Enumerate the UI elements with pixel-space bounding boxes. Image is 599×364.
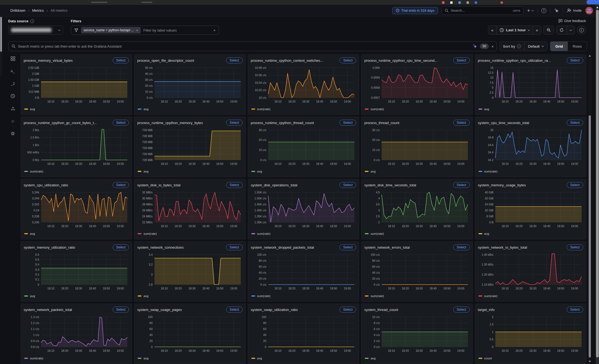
sort-descending-z-icon[interactable]: _Z xyxy=(10,81,16,87)
panel-legend[interactable]: avg xyxy=(478,232,583,235)
panel-legend[interactable]: avg xyxy=(137,107,242,111)
info-button[interactable]: i xyxy=(577,26,586,35)
panel-select-button[interactable]: Select xyxy=(113,307,129,313)
filter-chip-remove-icon[interactable]: × xyxy=(136,29,138,32)
trial-badge[interactable]: Trial ends in 318 days xyxy=(392,7,438,14)
panel-select-button[interactable]: Select xyxy=(226,182,243,188)
panel-select-button[interactable]: Select xyxy=(226,120,243,126)
sort-ascending-a-icon[interactable]: A_ xyxy=(10,68,16,74)
left-scrollbar-thumb[interactable] xyxy=(0,17,2,52)
panel-select-button[interactable]: Select xyxy=(453,307,470,313)
users-icon[interactable] xyxy=(10,106,16,112)
panel-select-button[interactable]: Select xyxy=(453,244,470,250)
global-search-input[interactable] xyxy=(451,8,511,13)
refresh-interval-dropdown[interactable] xyxy=(567,26,575,34)
panel-select-button[interactable]: Select xyxy=(226,244,243,250)
grafana-assistant-button[interactable] xyxy=(554,8,559,13)
panel-legend[interactable]: avg xyxy=(364,170,470,173)
layout-grid-icon[interactable] xyxy=(10,55,16,61)
panel-select-button[interactable]: Select xyxy=(567,244,583,250)
view-rows-button[interactable]: Rows xyxy=(568,42,587,51)
browser-extension-icon[interactable] xyxy=(458,1,461,4)
panel-legend[interactable]: avg xyxy=(24,232,129,235)
panel-legend[interactable]: sum(rate) xyxy=(251,232,356,235)
panel-legend[interactable]: avg xyxy=(364,357,470,360)
add-new-button[interactable]: + xyxy=(527,8,533,13)
view-grid-button[interactable]: Grid xyxy=(550,42,568,51)
window-scrollbar-thumb[interactable] xyxy=(596,10,599,357)
time-shift-forward-button[interactable]: » xyxy=(533,26,541,34)
panel-select-button[interactable]: Select xyxy=(453,182,470,188)
filters-input-box[interactable]: service_name = python-fastapi-... × × xyxy=(71,26,219,35)
panel-select-button[interactable]: Select xyxy=(113,244,129,250)
panel-legend[interactable]: avg xyxy=(24,294,129,298)
breadcrumb-metrics[interactable]: Metrics xyxy=(32,8,44,13)
browser-profile-icon[interactable] xyxy=(501,1,503,4)
panel-legend[interactable]: sum(rate) xyxy=(251,107,356,111)
user-avatar[interactable] xyxy=(585,7,593,14)
browser-extension-icon[interactable] xyxy=(467,1,469,4)
panel-select-button[interactable]: Select xyxy=(339,307,356,313)
panel-legend[interactable]: sum(rate) xyxy=(137,232,242,235)
panel-legend[interactable]: avg xyxy=(251,170,356,173)
help-button[interactable]: ? xyxy=(541,8,546,13)
assistant-sparkles-icon[interactable] xyxy=(473,44,477,49)
browser-extension-icon[interactable] xyxy=(442,1,444,4)
sort-value-dropdown[interactable]: Default xyxy=(524,42,547,51)
panel-select-button[interactable]: Select xyxy=(339,57,356,63)
filter-values-input[interactable] xyxy=(143,28,211,32)
panel-select-button[interactable]: Select xyxy=(453,57,470,63)
panel-select-button[interactable]: Select xyxy=(567,182,583,188)
panel-select-button[interactable]: Select xyxy=(113,182,129,188)
panel-legend[interactable]: avg xyxy=(137,170,242,173)
panel-legend[interactable]: avg xyxy=(251,357,356,360)
panel-legend[interactable]: sum(rate) xyxy=(251,294,356,298)
panel-legend[interactable]: sum(rate) xyxy=(364,107,470,111)
panel-legend[interactable]: sum(rate) xyxy=(478,170,583,173)
panel-select-button[interactable]: Select xyxy=(339,182,356,188)
panel-select-button[interactable]: Select xyxy=(226,307,243,313)
panel-legend[interactable]: sum(rate) xyxy=(24,170,129,173)
panel-select-button[interactable]: Select xyxy=(339,120,356,126)
panel-legend[interactable]: avg xyxy=(137,294,242,298)
panel-legend[interactable]: avg xyxy=(478,107,583,111)
filters-clear-icon[interactable]: × xyxy=(213,29,215,32)
browser-pill-button[interactable] xyxy=(586,0,599,4)
panel-select-button[interactable]: Select xyxy=(339,244,356,250)
panel-legend[interactable]: sum(rate) xyxy=(364,294,470,298)
breadcrumb-drilldown[interactable]: Drilldown xyxy=(10,8,26,13)
clock-history-icon[interactable] xyxy=(10,93,16,99)
grid-scrollbar-down-arrow[interactable] xyxy=(589,361,591,362)
grid-scrollbar-up-arrow[interactable] xyxy=(589,55,591,57)
metric-search-input[interactable] xyxy=(18,44,470,48)
give-feedback-button[interactable]: Give feedback xyxy=(558,19,586,23)
clear-search-icon[interactable]: × xyxy=(491,44,494,48)
browser-extension-icon[interactable] xyxy=(450,1,453,4)
refresh-button[interactable] xyxy=(557,26,567,34)
time-shift-back-button[interactable]: « xyxy=(488,26,496,34)
invite-button[interactable]: Invite xyxy=(567,8,582,13)
panel-select-button[interactable]: Select xyxy=(567,57,583,63)
window-scrollbar-up-arrow[interactable] xyxy=(596,7,598,8)
panel-select-button[interactable]: Select xyxy=(453,120,470,126)
data-source-select[interactable] xyxy=(8,26,63,35)
metric-search-box[interactable]: 50 × xyxy=(8,41,497,51)
grid-scrollbar-thumb[interactable] xyxy=(589,115,591,357)
panel-select-button[interactable]: Select xyxy=(113,57,129,63)
star-icon[interactable]: ☆ xyxy=(10,118,16,124)
panel-legend[interactable]: avg xyxy=(137,357,242,360)
time-range-picker[interactable]: Last 1 hour xyxy=(496,26,533,34)
panel-select-button[interactable]: Select xyxy=(226,57,243,63)
browser-extension-icon[interactable] xyxy=(475,1,477,4)
panel-legend[interactable]: avg xyxy=(24,107,129,111)
global-search[interactable]: ctrl+k xyxy=(442,7,523,15)
filter-chip[interactable]: service_name = python-fastapi-... × xyxy=(81,27,141,33)
panel-select-button[interactable]: Select xyxy=(567,120,583,126)
panel-legend[interactable]: sum(rate) xyxy=(364,232,470,235)
gear-icon[interactable] xyxy=(10,131,16,137)
panel-select-button[interactable]: Select xyxy=(567,307,583,313)
panel-legend[interactable]: sum(rate) xyxy=(24,357,129,360)
panel-legend[interactable]: count xyxy=(478,357,583,360)
panel-legend[interactable]: sum(rate) xyxy=(478,294,583,298)
panel-select-button[interactable]: Select xyxy=(113,120,129,126)
